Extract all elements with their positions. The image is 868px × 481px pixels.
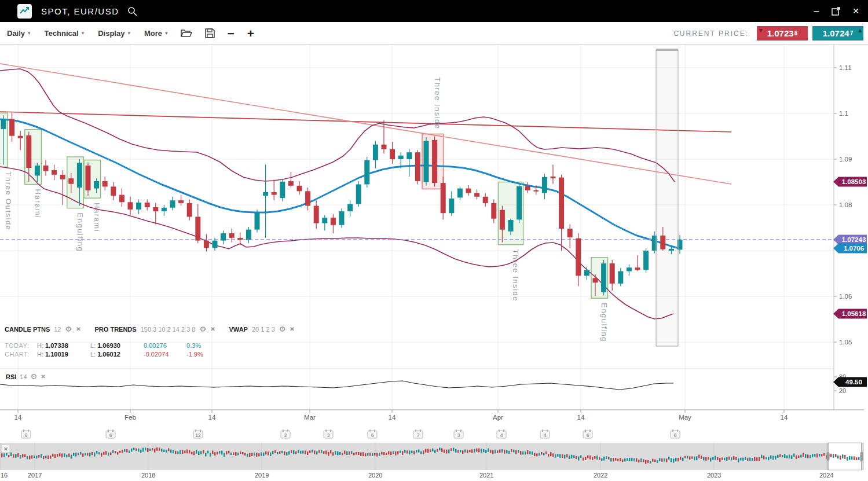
close-icon[interactable]: ✕ xyxy=(210,326,215,332)
navigator-bar xyxy=(504,450,505,454)
close-icon[interactable]: ✕ xyxy=(290,326,294,332)
navigator-bar xyxy=(268,451,269,455)
navigator-bar xyxy=(293,450,294,454)
zoom-out-button[interactable]: − xyxy=(228,27,235,39)
candle-body xyxy=(119,195,124,203)
technical-menu[interactable]: Technical ▾ xyxy=(45,29,85,38)
navigator-bar xyxy=(29,456,30,460)
navigator-bar xyxy=(721,457,723,460)
navigator-bar xyxy=(673,458,674,462)
popout-button[interactable] xyxy=(831,6,841,16)
navigator-close-button[interactable]: ✕ xyxy=(2,445,10,453)
navigator-bar xyxy=(298,450,299,453)
navigator-bar xyxy=(779,454,781,457)
navigator-bar xyxy=(374,453,375,456)
navigator-bar xyxy=(20,455,21,458)
candle-body xyxy=(60,175,65,179)
candle-body xyxy=(86,166,91,190)
navigator-bar xyxy=(210,453,211,456)
navigator-bar xyxy=(249,453,250,457)
navigator-bar xyxy=(731,457,732,460)
navigator-bar xyxy=(668,457,669,460)
close-icon[interactable]: ✕ xyxy=(41,374,45,380)
navigator-bar xyxy=(279,451,280,454)
x-tick-label: Feb xyxy=(124,414,136,421)
zoom-in-button[interactable]: + xyxy=(247,27,254,39)
navigator-drag-handle[interactable] xyxy=(860,452,863,461)
navigator-bar xyxy=(133,448,134,450)
navigator-bar xyxy=(527,450,528,454)
navigator-bar xyxy=(705,457,706,461)
gear-icon[interactable]: ⚙ xyxy=(279,325,286,333)
navigator-bar xyxy=(541,452,542,454)
navigator-year-label: 2019 xyxy=(255,472,269,479)
gear-icon[interactable]: ⚙ xyxy=(199,325,206,333)
navigator-bar xyxy=(295,451,296,454)
today-stats-row: TODAY: H:1.07338 L:1.06930 0.00276 0.3% xyxy=(5,342,203,350)
navigator-bar xyxy=(654,460,655,462)
chevron-down-icon: ▾ xyxy=(82,30,85,36)
calendar-event-icon[interactable]: 6 xyxy=(671,429,680,438)
low-label: L: xyxy=(90,342,96,350)
gear-icon[interactable]: ⚙ xyxy=(65,325,72,333)
navigator-bar xyxy=(24,454,25,457)
badge-value: 1.05618 xyxy=(842,310,866,317)
navigator-bar xyxy=(96,451,97,453)
navigator-bar xyxy=(645,460,646,464)
navigator-bar xyxy=(749,458,750,461)
calendar-event-icon[interactable]: 7 xyxy=(413,429,423,438)
navigator-bar xyxy=(161,449,162,451)
calendar-event-icon[interactable]: 3 xyxy=(454,429,463,438)
navigator-bar xyxy=(362,452,364,456)
calendar-event-icon[interactable]: 12 xyxy=(193,429,203,438)
navigator-bar xyxy=(184,450,185,453)
navigator-bar xyxy=(589,456,591,460)
timeframe-menu[interactable]: Daily ▾ xyxy=(7,29,31,38)
calendar-event-icon[interactable]: 6 xyxy=(21,429,31,438)
candle-body xyxy=(474,193,479,196)
y-tick-label: 1.09 xyxy=(839,156,852,163)
navigator-bar xyxy=(610,458,611,461)
navigator-bar xyxy=(180,450,181,454)
open-folder-icon[interactable] xyxy=(181,28,192,38)
close-button[interactable]: ✕ xyxy=(851,6,861,16)
navigator-bar xyxy=(747,458,748,461)
x-tick-label: 14 xyxy=(14,414,22,421)
calendar-event-icon[interactable]: 6 xyxy=(583,429,592,438)
calendar-event-icon[interactable]: 6 xyxy=(368,429,377,438)
navigator-bar xyxy=(159,447,160,450)
navigator-bar xyxy=(346,451,347,455)
navigator-bar xyxy=(388,451,389,455)
navigator-bar xyxy=(752,458,753,461)
navigator-bar xyxy=(10,453,12,456)
navigator-bar xyxy=(50,456,51,459)
save-icon[interactable] xyxy=(205,28,215,38)
search-icon[interactable] xyxy=(127,6,137,16)
calendar-day-number: 6 xyxy=(587,432,589,438)
navigator-bar xyxy=(233,452,234,454)
navigator-bar xyxy=(515,450,517,454)
gear-icon[interactable]: ⚙ xyxy=(31,373,38,380)
calendar-event-icon[interactable]: 2 xyxy=(281,429,290,438)
calendar-event-icon[interactable]: 3 xyxy=(324,429,333,438)
minimize-button[interactable]: – xyxy=(811,6,822,16)
close-icon[interactable]: ✕ xyxy=(76,326,80,332)
navigator-bar xyxy=(796,456,797,460)
price-badge: 1.07243 xyxy=(833,235,867,245)
candle-body xyxy=(466,189,471,193)
navigator-bar xyxy=(495,450,496,454)
calendar-event-icon[interactable]: 4 xyxy=(497,429,506,438)
more-menu[interactable]: More ▾ xyxy=(144,29,168,38)
navigator-bar xyxy=(3,453,5,457)
display-menu[interactable]: Display ▾ xyxy=(98,29,130,38)
navigator-drag-handle[interactable] xyxy=(827,452,830,461)
calendar-event-icon[interactable]: 6 xyxy=(106,429,115,438)
navigator-bar xyxy=(550,452,551,456)
navigator-bar xyxy=(54,454,56,458)
navigator-bar xyxy=(840,456,841,460)
scan-region-handle[interactable] xyxy=(656,49,678,51)
navigator-bar xyxy=(793,454,794,457)
navigator-bar xyxy=(847,457,848,461)
navigator-bar xyxy=(59,453,60,456)
calendar-event-icon[interactable]: 4 xyxy=(540,429,550,438)
